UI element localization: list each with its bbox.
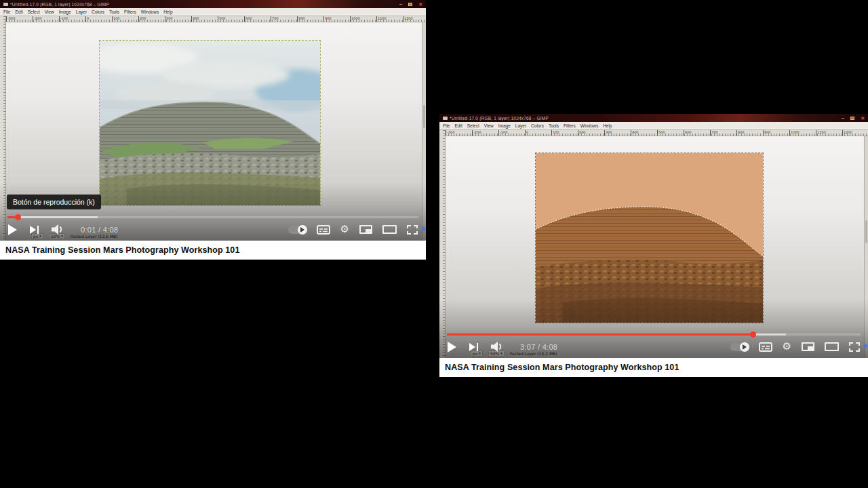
settings-gear-icon[interactable]: ⚙ (340, 224, 349, 235)
gimp-menu-item[interactable]: Help (163, 9, 172, 14)
next-icon[interactable] (30, 226, 39, 234)
gimp-window-icon (443, 117, 448, 120)
video-title[interactable]: NASA Training Session Mars Photography W… (439, 358, 868, 377)
scrollbar-thumb[interactable] (423, 105, 425, 128)
gimp-menu-item[interactable]: Tools (549, 123, 559, 128)
video-player-left[interactable]: *Untitled-17.0 (RGB, 1 layer) 1024x768 –… (0, 0, 426, 241)
gimp-menubar: FileEditSelectViewImageLayerColorsToolsF… (0, 8, 426, 16)
ruler-label: 200 (138, 16, 165, 22)
gimp-menu-item[interactable]: File (443, 123, 450, 128)
ruler-label: -200 (472, 130, 498, 136)
ruler-label: 600 (244, 16, 271, 22)
gimp-menu-item[interactable]: Help (603, 123, 612, 128)
player-controls-overlay: 3:07 / 4:08 ⚙ (439, 300, 868, 358)
gimp-menu-item[interactable]: Tools (109, 9, 119, 14)
miniplayer-icon[interactable] (802, 342, 814, 351)
page-background: { "colors": { "page_bg": "#000000", "pan… (0, 0, 868, 488)
ruler-label: 0 (85, 16, 112, 22)
next-icon[interactable] (469, 343, 478, 351)
maximize-icon[interactable] (408, 3, 412, 6)
fullscreen-icon[interactable] (407, 225, 418, 235)
gimp-menu-item[interactable]: Select (467, 123, 479, 128)
scrollbar-thumb[interactable] (865, 220, 867, 243)
play-button-tooltip: Botón de reproducción (k) (7, 195, 101, 209)
volume-icon[interactable] (491, 342, 505, 352)
gimp-menu-item[interactable]: Edit (454, 123, 462, 128)
ruler-label: 400 (631, 130, 657, 136)
gimp-menu-item[interactable]: Windows (580, 123, 598, 128)
canvas-navigation-icon[interactable] (864, 344, 867, 348)
video-frame-landscape-original (100, 41, 320, 205)
video-player-right[interactable]: *Untitled-17.0 (RGB, 1 layer) 1024x768 –… (439, 114, 868, 358)
ruler-label: 700 (271, 16, 297, 22)
close-icon[interactable]: ✕ (861, 116, 865, 121)
ruler-label: 500 (218, 16, 244, 22)
miniplayer-icon[interactable] (359, 225, 372, 234)
gimp-titlebar: *Untitled-17.0 (RGB, 1 layer) 1024x768 –… (0, 0, 426, 8)
gimp-menu-item[interactable]: Colors (531, 123, 544, 128)
player-controls-overlay: 0:01 / 4:08 ⚙ (0, 182, 426, 241)
minimize-icon[interactable]: – (399, 2, 402, 6)
ruler-label: -300 (6, 16, 33, 22)
ruler-label: 1100 (376, 16, 403, 22)
ruler-label: 1200 (403, 16, 426, 22)
ruler-label: 900 (323, 16, 350, 22)
play-icon[interactable] (448, 342, 456, 352)
gimp-window-title: *Untitled-17.0 (RGB, 1 layer) 1024x768 –… (10, 2, 109, 7)
autoplay-toggle-icon[interactable] (288, 226, 307, 234)
ruler-label: 800 (736, 130, 763, 136)
time-display: 0:01 / 4:08 (81, 226, 118, 234)
time-display: 3:07 / 4:08 (520, 343, 557, 351)
minimize-icon[interactable]: – (842, 116, 844, 120)
ruler-label: 700 (710, 130, 736, 136)
gimp-menu-item[interactable]: Layer (76, 9, 87, 14)
canvas-navigation-icon[interactable] (422, 227, 425, 230)
gimp-menu-item[interactable]: Image (498, 123, 511, 128)
gimp-menu-item[interactable]: Edit (15, 9, 22, 14)
gimp-menu-item[interactable]: Layer (515, 123, 526, 128)
video-card-left: *Untitled-17.0 (RGB, 1 layer) 1024x768 –… (0, 0, 426, 260)
horizontal-ruler: -300-200-1000100200300400500600700800900… (446, 130, 868, 136)
ruler-label: 300 (165, 16, 191, 22)
subtitles-icon[interactable] (759, 342, 772, 352)
window-buttons: – ✕ (842, 116, 865, 121)
gimp-titlebar: *Untitled-17.0 (RGB, 1 layer) 1024x768 –… (439, 114, 868, 122)
video-card-right: *Untitled-17.0 (RGB, 1 layer) 1024x768 –… (439, 114, 868, 377)
close-icon[interactable]: ✕ (418, 2, 422, 7)
gimp-menu-item[interactable]: View (484, 123, 494, 128)
maximize-icon[interactable] (850, 117, 854, 120)
ruler-label: -200 (33, 16, 59, 22)
gimp-menu-item[interactable]: File (3, 9, 10, 14)
ruler-label: -100 (498, 130, 525, 136)
subtitles-icon[interactable] (317, 225, 330, 235)
ruler-label: -100 (59, 16, 85, 22)
fullscreen-icon[interactable] (849, 342, 860, 352)
gimp-menu-item[interactable]: Filters (124, 9, 136, 14)
ruler-label: 800 (297, 16, 323, 22)
window-buttons: – ✕ (399, 2, 422, 7)
theater-mode-icon[interactable] (382, 225, 397, 234)
ruler-label: 1200 (842, 130, 868, 136)
ruler-label: 600 (684, 130, 710, 136)
video-title[interactable]: NASA Training Session Mars Photography W… (0, 241, 426, 260)
theater-mode-icon[interactable] (825, 342, 839, 351)
ruler-label: 200 (578, 130, 604, 136)
gimp-menu-item[interactable]: Select (28, 9, 40, 14)
play-icon[interactable] (8, 224, 17, 235)
settings-gear-icon[interactable]: ⚙ (783, 342, 791, 352)
gimp-window-icon (3, 3, 8, 6)
controls-row: 0:01 / 4:08 ⚙ (0, 218, 426, 241)
gimp-window-title: *Untitled-17.0 (RGB, 1 layer) 1024x768 –… (450, 116, 549, 121)
ruler-label: -300 (446, 130, 472, 136)
ruler-label: 300 (604, 130, 631, 136)
ruler-label: 1000 (350, 16, 376, 22)
autoplay-toggle-icon[interactable] (730, 343, 749, 351)
gimp-menu-item[interactable]: Colors (92, 9, 104, 14)
volume-icon[interactable] (52, 224, 65, 235)
gimp-menu-item[interactable]: Image (59, 9, 71, 14)
horizontal-ruler: -300-200-1000100200300400500600700800900… (6, 16, 426, 22)
gimp-menu-item[interactable]: Filters (564, 123, 576, 128)
gimp-menu-item[interactable]: Windows (141, 9, 159, 14)
ruler-label: 400 (191, 16, 218, 22)
gimp-menu-item[interactable]: View (45, 9, 54, 14)
